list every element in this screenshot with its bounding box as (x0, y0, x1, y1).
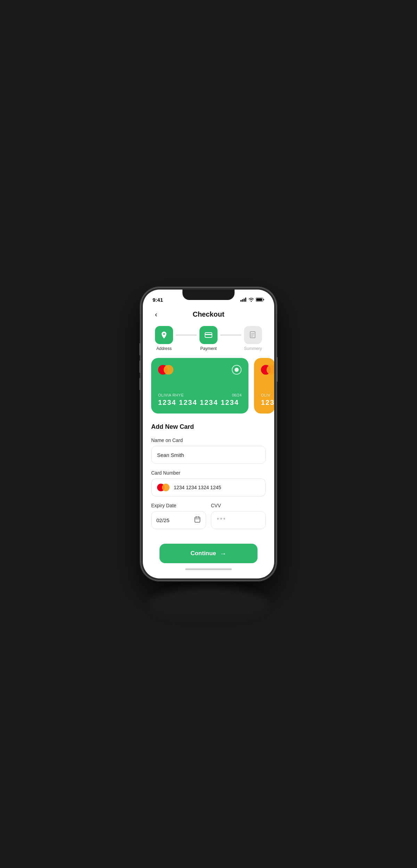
cvv-value: *** (217, 517, 227, 523)
form-section: Add New Card Name on Card Sean Smith Car… (143, 423, 274, 563)
phone-reflection (149, 587, 268, 622)
status-icons (240, 298, 264, 302)
step-summery-icon (244, 326, 262, 344)
cvv-input[interactable]: *** (211, 511, 266, 529)
expiry-cvv-row: Expiry Date 02/25 (151, 503, 266, 535)
step-address-label: Address (156, 346, 172, 351)
step-line-1 (176, 335, 197, 335)
expiry-date-input[interactable]: 02/25 (151, 511, 206, 529)
step-line-2 (220, 335, 241, 335)
home-bar (185, 568, 232, 570)
continue-button-label: Continue (190, 550, 216, 557)
card-expiry: 06/24 (232, 393, 242, 397)
back-arrow-icon: ‹ (155, 310, 157, 318)
name-on-card-input[interactable]: Sean Smith (151, 446, 266, 464)
name-on-card-value: Sean Smith (157, 452, 184, 458)
status-time: 9:41 (153, 297, 163, 303)
svg-rect-0 (240, 300, 242, 302)
card-bottom-2: OLIV 1234 (261, 375, 268, 407)
card-number: 1234 1234 1234 1234 (158, 399, 242, 407)
phone-frame: 9:41 (141, 287, 276, 581)
notch (182, 290, 235, 300)
card-top (158, 365, 242, 375)
card-mc-logo (157, 484, 170, 491)
svg-rect-6 (263, 299, 264, 300)
cvv-group: CVV *** (211, 503, 266, 529)
step-payment-label: Payment (200, 346, 216, 351)
add-new-card-title: Add New Card (151, 423, 266, 431)
card-number-label: Card Number (151, 470, 266, 476)
card-name-expiry-2: OLIV (261, 393, 268, 397)
svg-rect-8 (205, 334, 212, 335)
svg-rect-2 (244, 299, 245, 302)
page-title: Checkout (193, 310, 224, 318)
svg-rect-9 (250, 332, 255, 338)
continue-button[interactable]: Continue → (160, 544, 257, 563)
svg-rect-13 (195, 517, 200, 522)
step-address-icon (155, 326, 173, 344)
svg-rect-3 (245, 298, 246, 302)
mastercard-logo (158, 365, 173, 375)
card-bottom: OLIVIA RHYE 06/24 1234 1234 1234 1234 (158, 375, 242, 407)
home-indicator (143, 563, 274, 575)
battery-icon (256, 298, 264, 302)
step-summery: Summery (244, 326, 262, 351)
name-on-card-label: Name on Card (151, 437, 266, 443)
mc-circle-orange-2 (267, 365, 274, 375)
svg-rect-5 (256, 299, 262, 301)
wifi-icon (248, 298, 254, 302)
cards-carousel: OLIVIA RHYE 06/24 1234 1234 1234 1234 (143, 358, 274, 414)
card-name-expiry: OLIVIA RHYE 06/24 (158, 393, 242, 397)
step-address: Address (155, 326, 173, 351)
card-number-input[interactable]: 1234 1234 1324 1245 (151, 478, 266, 496)
signal-icon (240, 298, 247, 302)
expiry-date-label: Expiry Date (151, 503, 206, 508)
svg-rect-1 (242, 299, 243, 302)
back-button[interactable]: ‹ (150, 308, 162, 321)
card-number-group: Card Number 1234 1234 1324 1245 (151, 470, 266, 496)
continue-arrow-icon: → (220, 550, 227, 558)
step-payment: Payment (199, 326, 218, 351)
step-payment-icon (199, 326, 218, 344)
screen-content: ‹ Checkout Address (143, 305, 274, 578)
calendar-icon (194, 516, 201, 525)
card-holder-name-2: OLIV (261, 393, 270, 397)
card-number-value: 1234 1234 1324 1245 (174, 485, 221, 490)
mc-circle-orange (164, 365, 173, 375)
card-selected-indicator (232, 365, 242, 375)
step-summery-label: Summery (244, 346, 262, 351)
card-holder-name: OLIVIA RHYE (158, 393, 184, 397)
credit-card-orange[interactable]: OLIV 1234 (254, 358, 274, 414)
expiry-date-group: Expiry Date 02/25 (151, 503, 206, 529)
name-on-card-group: Name on Card Sean Smith (151, 437, 266, 464)
expiry-date-value: 02/25 (156, 517, 170, 523)
cvv-label: CVV (211, 503, 266, 508)
credit-card-green[interactable]: OLIVIA RHYE 06/24 1234 1234 1234 1234 (151, 358, 248, 414)
mastercard-logo-2 (261, 365, 268, 375)
card-number-2: 1234 (261, 399, 268, 407)
card-top-2 (261, 365, 268, 375)
page-header: ‹ Checkout (143, 305, 274, 323)
checkout-steps: Address Payment (143, 323, 274, 358)
